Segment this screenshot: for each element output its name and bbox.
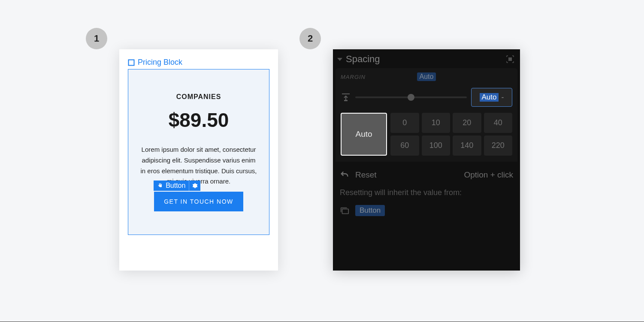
expand-icon[interactable] (506, 55, 514, 63)
step-badge-2: 2 (299, 28, 321, 49)
gear-icon (192, 183, 198, 189)
margin-value-text: Auto (480, 93, 499, 102)
section-header[interactable]: Spacing (333, 49, 520, 68)
svg-rect-0 (129, 60, 134, 65)
reset-label: Reset (355, 170, 377, 180)
svg-rect-1 (508, 57, 512, 61)
inherit-source-row: Button (340, 205, 513, 216)
preset-button[interactable]: 20 (453, 113, 481, 133)
spacing-panel: Spacing MARGIN Auto Auto - Auto 0 10 20 (333, 49, 520, 271)
margin-value-chip[interactable]: Auto (417, 72, 436, 81)
margin-top-icon (341, 92, 351, 102)
margin-value-input[interactable]: Auto - (471, 88, 512, 107)
plan-name: COMPANIES (140, 93, 257, 101)
cta-button[interactable]: GET IN TOUCH NOW (154, 192, 243, 211)
step-badge-1: 1 (86, 28, 107, 49)
preset-button[interactable]: 60 (390, 135, 419, 156)
pricing-designer-panel: Pricing Block COMPANIES $89.50 Lorem ips… (119, 49, 278, 271)
block-label-text: Pricing Block (138, 58, 182, 67)
preset-button[interactable]: 220 (484, 135, 513, 156)
preset-button[interactable]: 0 (390, 113, 419, 133)
preset-auto-button[interactable]: Auto (341, 113, 387, 156)
section-title: Spacing (346, 54, 380, 65)
margin-slider[interactable] (355, 96, 467, 98)
margin-label: MARGIN (341, 74, 413, 80)
inherit-description: Resetting will inherit the value from: (340, 188, 513, 197)
margin-header-row: MARGIN Auto (341, 72, 512, 81)
element-selection-tag[interactable]: Button (154, 181, 200, 191)
reset-button[interactable]: Reset (340, 170, 377, 180)
element-settings-button[interactable] (189, 181, 200, 191)
margin-presets: Auto 0 10 20 40 60 100 140 220 (341, 113, 512, 156)
hand-icon (157, 183, 163, 189)
pricing-block[interactable]: COMPANIES $89.50 Lorem ipsum dolor sit a… (128, 69, 269, 235)
slider-thumb[interactable] (408, 94, 414, 101)
margin-slider-row: Auto - (341, 88, 512, 107)
preset-grid: 0 10 20 40 60 100 140 220 (390, 113, 512, 156)
undo-icon (340, 170, 349, 180)
element-tag-label[interactable]: Button (154, 181, 189, 191)
svg-rect-3 (342, 209, 349, 214)
reset-row: Reset Option + click (333, 162, 520, 188)
spacing-body: MARGIN Auto Auto - Auto 0 10 20 40 60 10… (336, 68, 517, 162)
cta-button-wrapper: Button GET IN TOUCH NOW (154, 192, 243, 211)
preset-button[interactable]: 10 (422, 113, 450, 133)
preset-button[interactable]: 40 (484, 113, 513, 133)
chevron-down-icon (337, 58, 342, 61)
preset-button[interactable]: 140 (453, 135, 481, 156)
inherit-section: Resetting will inherit the value from: B… (333, 188, 520, 224)
container-icon (128, 59, 135, 66)
margin-unit[interactable]: - (501, 93, 504, 102)
class-icon (340, 206, 349, 215)
block-label[interactable]: Pricing Block (128, 58, 269, 67)
preset-button[interactable]: 100 (422, 135, 450, 156)
element-tag-text: Button (166, 182, 185, 190)
price: $89.50 (140, 108, 257, 132)
svg-rect-2 (344, 100, 348, 101)
reset-shortcut: Option + click (464, 170, 513, 180)
inherit-source-chip[interactable]: Button (355, 205, 385, 216)
